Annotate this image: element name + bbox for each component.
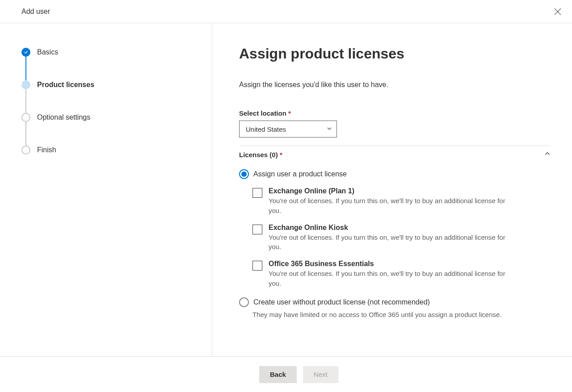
panel-title: Add user	[21, 8, 50, 16]
license-item: Office 365 Business Essentials You're ou…	[252, 260, 551, 288]
next-button[interactable]: Next	[303, 366, 338, 383]
step-connector	[25, 57, 26, 80]
license-checkbox-exchange-plan1[interactable]	[252, 188, 262, 198]
license-name: Office 365 Business Essentials	[269, 260, 519, 268]
wizard-step-label: Product licenses	[37, 81, 94, 89]
location-value: United States	[246, 125, 286, 133]
page-description: Assign the licenses you'd like this user…	[239, 81, 551, 89]
wizard-step-label: Finish	[37, 146, 56, 154]
content-pane: Assign product licenses Assign the licen…	[212, 23, 572, 356]
location-label: Select location *	[239, 109, 551, 117]
license-name: Exchange Online (Plan 1)	[269, 187, 519, 195]
wizard-step-label: Optional settings	[37, 113, 90, 121]
check-circle-icon	[21, 48, 30, 57]
panel-header: Add user	[0, 0, 572, 23]
license-desc: You're out of licenses. If you turn this…	[269, 196, 519, 216]
required-mark: *	[288, 109, 291, 117]
license-checkbox-o365-essentials[interactable]	[252, 261, 262, 271]
wizard-step-label: Basics	[37, 48, 58, 56]
radio-selected-icon	[239, 169, 249, 179]
location-select[interactable]: United States	[239, 121, 337, 138]
wizard-step-basics[interactable]: Basics	[21, 48, 203, 57]
chevron-down-icon	[327, 125, 332, 133]
wizard-step-product-licenses[interactable]: Product licenses	[21, 80, 203, 89]
back-button[interactable]: Back	[259, 366, 297, 383]
license-name: Exchange Online Kiosk	[269, 224, 519, 232]
page-title: Assign product licenses	[239, 46, 551, 62]
radio-no-license[interactable]: Create user without product license (not…	[239, 297, 551, 307]
radio-assign-license[interactable]: Assign user a product license	[239, 169, 551, 179]
wizard-step-optional-settings[interactable]: Optional settings	[21, 113, 203, 122]
license-item: Exchange Online (Plan 1) You're out of l…	[252, 187, 551, 216]
wizard-footer: Back Next	[0, 356, 572, 392]
licenses-section-toggle[interactable]: Licenses (0) *	[239, 146, 551, 163]
close-button[interactable]	[552, 6, 563, 17]
license-desc: You're out of licenses. If you turn this…	[269, 269, 519, 288]
license-checkbox-exchange-kiosk[interactable]	[252, 225, 262, 234]
required-mark: *	[280, 151, 282, 158]
wizard-step-finish[interactable]: Finish	[21, 146, 203, 154]
licenses-section-title: Licenses (0) *	[239, 151, 282, 158]
license-desc: You're out of licenses. If you turn this…	[269, 233, 519, 252]
radio-no-license-desc: They may have limited or no access to Of…	[252, 310, 521, 320]
chevron-up-icon	[544, 150, 551, 158]
radio-no-license-label: Create user without product license (not…	[253, 298, 430, 306]
radio-unselected-icon	[239, 297, 249, 307]
radio-assign-label: Assign user a product license	[253, 170, 347, 178]
close-icon	[554, 8, 561, 15]
license-item: Exchange Online Kiosk You're out of lice…	[252, 224, 551, 252]
pending-step-icon	[21, 146, 30, 154]
current-step-icon	[21, 80, 30, 89]
pending-step-icon	[21, 113, 30, 122]
step-connector	[25, 89, 26, 113]
wizard-sidebar: Basics Product licenses Optional setting…	[0, 23, 212, 356]
step-connector	[25, 122, 26, 146]
main-area: Basics Product licenses Optional setting…	[0, 23, 572, 356]
